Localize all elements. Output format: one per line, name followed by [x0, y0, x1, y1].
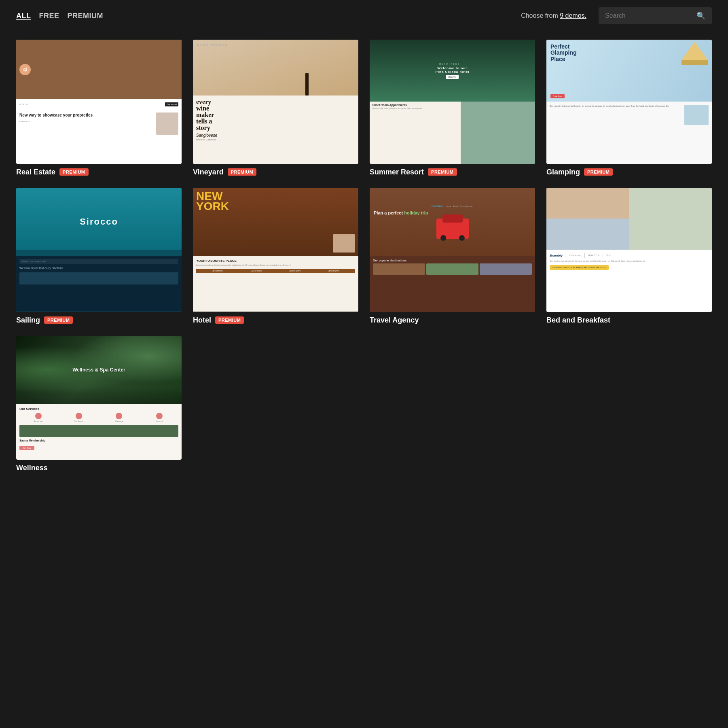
filter-tab-all[interactable]: ALL	[16, 12, 31, 20]
demo-card-vineyard[interactable]: EVERYWHERE everywinemakertells astory Sa…	[193, 40, 358, 176]
re-thumb-title: New way to showcase your propreties	[19, 112, 153, 118]
demo-badge-sailing: PREMIUM	[44, 316, 73, 324]
card-label-glamping: Glamping PREMIUM	[546, 168, 712, 176]
demo-card-hotel[interactable]: NEWYORK YOUR FAVOURITE PLACE Lorem ipsum…	[193, 188, 358, 325]
top-bar: ALL FREE PREMIUM Choose from 9 demos. 🔍	[0, 0, 728, 32]
filter-tab-free[interactable]: FREE	[39, 12, 59, 20]
card-label-hotel: Hotel PREMIUM	[193, 316, 358, 325]
ht-desc-text: Lorem ipsum dolor sit amet consectetur a…	[196, 264, 355, 267]
tr-logo: traveloo	[432, 205, 442, 208]
si-search-text: Where do you want to sail?	[21, 260, 46, 263]
tr-dest-1	[373, 263, 425, 275]
demo-badge-vineyard: PREMIUM	[228, 168, 256, 176]
ht-news-3: LATEST NEWS	[289, 270, 301, 272]
sr-room-text: Excerpt from room to stay in our room. S…	[372, 107, 459, 110]
bb-promo: TRANSFORM YOUR TRIPS AND SAVE UP TO ···	[550, 265, 609, 270]
wl-member-btn[interactable]: Join Now	[19, 446, 34, 450]
sr-btn: Discover	[446, 75, 459, 79]
bb-brand: Brambly	[550, 254, 563, 257]
ht-fav-text: YOUR FAVOURITE PLACE	[196, 259, 355, 263]
demo-card-travel-agency[interactable]: traveloo Home | About | Tours | Contact …	[370, 188, 535, 325]
demo-badge-summer-resort: PREMIUM	[428, 168, 457, 176]
card-label-travel-agency: Travel Agency	[370, 316, 535, 325]
wl-svc-text-2: Bio Sauna	[60, 420, 98, 422]
ht-news-1: LATEST NEWS	[212, 270, 223, 272]
search-input[interactable]	[605, 12, 692, 19]
demo-card-sailing[interactable]: Sirocco Where do you want to sail? We ha…	[16, 188, 182, 325]
sr-room-title: Sweet Room Appartments	[372, 104, 459, 106]
tr-nav-items: Home | About | Tours | Contact	[446, 205, 473, 208]
card-label-bed-breakfast: Bed and Breakfast	[546, 316, 712, 325]
wl-svc-text-3: Massage	[100, 420, 138, 422]
bb-desc: Curras vitae congue mauris rhoncus aenea…	[550, 260, 709, 263]
si-title-text: Sirocco	[80, 216, 118, 227]
bb-img3	[546, 219, 629, 250]
card-label-summer-resort: Summer Resort PREMIUM	[370, 168, 535, 176]
bb-partner3: Soul	[606, 254, 611, 257]
sr-nav: MENU ITEMS ···	[439, 63, 466, 65]
card-label-sailing: Sailing PREMIUM	[16, 316, 182, 325]
card-thumb-vineyard: EVERYWHERE everywinemakertells astory Sa…	[193, 40, 358, 164]
card-thumb-glamping: PerfectGlampingPlace Book Now Bed campfi…	[546, 40, 712, 164]
wl-svc-text-4: Jacuzzi	[140, 420, 178, 422]
wl-svc-icon-2	[76, 413, 82, 419]
demo-title-hotel: Hotel	[193, 316, 211, 325]
filter-tab-premium[interactable]: PREMIUM	[68, 12, 104, 20]
ht-news-4: LATEST NEWS	[328, 270, 339, 272]
card-label-wellness: Wellness	[16, 464, 182, 472]
bb-img1	[546, 188, 629, 219]
vy-thumb-text1: everywinemakertells astory	[196, 99, 355, 131]
wl-services-title: Our Services	[19, 407, 178, 411]
wl-title-text: Wellness & Spa Center	[72, 367, 125, 373]
card-label-vineyard: Vineyard PREMIUM	[193, 168, 358, 176]
demo-card-real-estate[interactable]: qi Get started New way to showcase your …	[16, 40, 182, 176]
wl-member-title: Sauna Membership	[19, 439, 178, 442]
demos-count: 9 demos.	[560, 12, 586, 19]
demo-title-bed-breakfast: Bed and Breakfast	[546, 316, 610, 325]
tr-dest-3	[480, 263, 532, 275]
bb-partner1: Connected	[569, 254, 581, 257]
card-thumb-travel-agency: traveloo Home | About | Tours | Contact …	[370, 188, 535, 312]
ht-news-2: LATEST NEWS	[251, 270, 262, 272]
bb-partner2: HORIZON	[588, 254, 599, 257]
si-tagline: We have boats that carry emotions	[19, 266, 178, 270]
tr-dest-2	[426, 263, 478, 275]
demo-badge-real-estate: PREMIUM	[59, 168, 88, 176]
wl-foot-img	[19, 425, 178, 437]
wl-svc-text-1: Sauna sed	[19, 420, 57, 422]
gl-desc-text: Bed campfire is the perfect location for…	[550, 105, 682, 108]
demo-badge-glamping: PREMIUM	[584, 168, 613, 176]
demo-card-bed-breakfast[interactable]: Brambly Connected HORIZON Soul Curras vi…	[546, 188, 712, 325]
demo-card-summer-resort[interactable]: MENU ITEMS ··· Welcome to ourPiña Colada…	[370, 40, 535, 176]
card-thumb-summer-resort: MENU ITEMS ··· Welcome to ourPiña Colada…	[370, 40, 535, 164]
demo-title-real-estate: Real Estate	[16, 168, 55, 176]
demo-grid: qi Get started New way to showcase your …	[0, 32, 728, 488]
card-thumb-real-estate: qi Get started New way to showcase your …	[16, 40, 182, 164]
demo-title-glamping: Glamping	[546, 168, 580, 176]
demo-title-wellness: Wellness	[16, 464, 48, 472]
wl-svc-icon-1	[35, 413, 42, 419]
filter-tabs: ALL FREE PREMIUM	[16, 12, 103, 20]
demos-count-text: Choose from 9 demos.	[521, 12, 586, 19]
demo-title-travel-agency: Travel Agency	[370, 316, 419, 325]
card-thumb-bed-breakfast: Brambly Connected HORIZON Soul Curras vi…	[546, 188, 712, 312]
tr-headline: Plan a perfect holiday trip	[374, 210, 428, 216]
sr-title: Welcome to ourPiña Colada hotel	[435, 66, 469, 74]
card-thumb-wellness: Wellness & Spa Center Our Services Sauna…	[16, 336, 182, 460]
demo-card-wellness[interactable]: Wellness & Spa Center Our Services Sauna…	[16, 336, 182, 473]
card-thumb-hotel: NEWYORK YOUR FAVOURITE PLACE Lorem ipsum…	[193, 188, 358, 312]
wl-svc-icon-4	[156, 413, 163, 419]
card-thumb-sailing: Sirocco Where do you want to sail? We ha…	[16, 188, 182, 312]
demo-title-vineyard: Vineyard	[193, 168, 224, 176]
demo-badge-hotel: PREMIUM	[215, 316, 244, 324]
wl-svc-icon-3	[116, 413, 122, 419]
demo-card-glamping[interactable]: PerfectGlampingPlace Book Now Bed campfi…	[546, 40, 712, 176]
vy-thumb-text3: Reserva Cabernet	[196, 138, 355, 141]
demo-title-sailing: Sailing	[16, 316, 40, 325]
tr-pop-title: Our popular destinations	[373, 259, 532, 262]
search-box[interactable]: 🔍	[599, 7, 712, 24]
ht-ny-text: NEWYORK	[196, 191, 229, 211]
search-icon: 🔍	[696, 11, 705, 20]
demo-title-summer-resort: Summer Resort	[370, 168, 424, 176]
bb-img2	[629, 188, 712, 250]
